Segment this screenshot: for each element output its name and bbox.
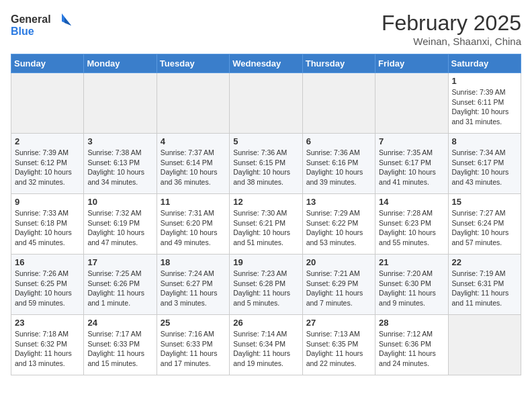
calendar-cell: 5Sunrise: 7:36 AM Sunset: 6:15 PM Daylig… [230, 134, 302, 194]
calendar-week-4: 16Sunrise: 7:26 AM Sunset: 6:25 PM Dayli… [11, 255, 521, 315]
calendar-cell: 11Sunrise: 7:31 AM Sunset: 6:20 PM Dayli… [157, 194, 229, 255]
day-number: 27 [306, 318, 371, 328]
day-number: 8 [452, 136, 517, 146]
day-info: Sunrise: 7:39 AM Sunset: 6:12 PM Dayligh… [15, 148, 80, 187]
day-number: 4 [161, 136, 226, 146]
day-number: 26 [233, 318, 298, 328]
calendar-cell: 8Sunrise: 7:34 AM Sunset: 6:17 PM Daylig… [448, 134, 521, 194]
calendar-cell: 16Sunrise: 7:26 AM Sunset: 6:25 PM Dayli… [11, 255, 84, 315]
calendar-cell: 15Sunrise: 7:27 AM Sunset: 6:24 PM Dayli… [448, 194, 521, 255]
calendar-cell: 25Sunrise: 7:16 AM Sunset: 6:33 PM Dayli… [157, 315, 229, 375]
logo-svg: General Blue [11, 11, 71, 42]
day-number: 18 [161, 257, 226, 267]
day-info: Sunrise: 7:33 AM Sunset: 6:18 PM Dayligh… [15, 208, 80, 248]
day-number: 12 [233, 197, 298, 207]
calendar-cell: 7Sunrise: 7:35 AM Sunset: 6:17 PM Daylig… [375, 134, 448, 194]
day-info: Sunrise: 7:14 AM Sunset: 6:34 PM Dayligh… [233, 329, 298, 369]
calendar-cell: 2Sunrise: 7:39 AM Sunset: 6:12 PM Daylig… [11, 134, 84, 194]
day-info: Sunrise: 7:21 AM Sunset: 6:29 PM Dayligh… [306, 269, 371, 308]
calendar-cell: 24Sunrise: 7:17 AM Sunset: 6:33 PM Dayli… [84, 315, 157, 375]
calendar-week-1: 1Sunrise: 7:39 AM Sunset: 6:11 PM Daylig… [11, 73, 521, 134]
day-number: 7 [379, 136, 444, 146]
calendar-cell: 26Sunrise: 7:14 AM Sunset: 6:34 PM Dayli… [230, 315, 302, 375]
calendar-table: SundayMondayTuesdayWednesdayThursdayFrid… [11, 54, 521, 375]
day-info: Sunrise: 7:12 AM Sunset: 6:36 PM Dayligh… [379, 329, 444, 369]
day-number: 1 [452, 76, 517, 86]
calendar-cell: 12Sunrise: 7:30 AM Sunset: 6:21 PM Dayli… [230, 194, 302, 255]
day-number: 17 [87, 257, 152, 267]
calendar-cell: 4Sunrise: 7:37 AM Sunset: 6:14 PM Daylig… [157, 134, 229, 194]
calendar-cell [375, 73, 448, 134]
calendar-week-3: 9Sunrise: 7:33 AM Sunset: 6:18 PM Daylig… [11, 194, 521, 255]
calendar-cell: 18Sunrise: 7:24 AM Sunset: 6:27 PM Dayli… [157, 255, 229, 315]
calendar-cell [448, 315, 521, 375]
calendar-cell [302, 73, 375, 134]
calendar-cell: 3Sunrise: 7:38 AM Sunset: 6:13 PM Daylig… [84, 134, 157, 194]
day-number: 5 [233, 136, 298, 146]
day-info: Sunrise: 7:36 AM Sunset: 6:16 PM Dayligh… [306, 148, 371, 187]
day-info: Sunrise: 7:30 AM Sunset: 6:21 PM Dayligh… [233, 208, 298, 248]
day-number: 24 [87, 318, 152, 328]
svg-text:Blue: Blue [11, 26, 34, 37]
day-info: Sunrise: 7:32 AM Sunset: 6:19 PM Dayligh… [87, 208, 152, 248]
day-number: 15 [452, 197, 517, 207]
day-number: 28 [379, 318, 444, 328]
month-title: February 2025 [382, 11, 521, 36]
weekday-header-sunday: Sunday [11, 54, 84, 73]
weekday-header-thursday: Thursday [302, 54, 375, 73]
svg-marker-2 [62, 13, 71, 26]
calendar-cell: 21Sunrise: 7:20 AM Sunset: 6:30 PM Dayli… [375, 255, 448, 315]
calendar-cell: 19Sunrise: 7:23 AM Sunset: 6:28 PM Dayli… [230, 255, 302, 315]
day-number: 9 [15, 197, 80, 207]
day-info: Sunrise: 7:19 AM Sunset: 6:31 PM Dayligh… [452, 269, 517, 308]
calendar-cell: 27Sunrise: 7:13 AM Sunset: 6:35 PM Dayli… [302, 315, 375, 375]
day-info: Sunrise: 7:13 AM Sunset: 6:35 PM Dayligh… [306, 329, 371, 369]
calendar-week-2: 2Sunrise: 7:39 AM Sunset: 6:12 PM Daylig… [11, 134, 521, 194]
calendar-header-row: SundayMondayTuesdayWednesdayThursdayFrid… [11, 54, 521, 73]
calendar-week-5: 23Sunrise: 7:18 AM Sunset: 6:32 PM Dayli… [11, 315, 521, 375]
day-info: Sunrise: 7:26 AM Sunset: 6:25 PM Dayligh… [15, 269, 80, 308]
day-info: Sunrise: 7:36 AM Sunset: 6:15 PM Dayligh… [233, 148, 298, 187]
svg-text:General: General [11, 13, 51, 25]
day-info: Sunrise: 7:28 AM Sunset: 6:23 PM Dayligh… [379, 208, 444, 248]
day-number: 11 [161, 197, 226, 207]
day-number: 20 [306, 257, 371, 267]
day-info: Sunrise: 7:29 AM Sunset: 6:22 PM Dayligh… [306, 208, 371, 248]
day-info: Sunrise: 7:24 AM Sunset: 6:27 PM Dayligh… [161, 269, 226, 308]
day-info: Sunrise: 7:16 AM Sunset: 6:33 PM Dayligh… [161, 329, 226, 369]
calendar-cell [84, 73, 157, 134]
calendar-cell: 20Sunrise: 7:21 AM Sunset: 6:29 PM Dayli… [302, 255, 375, 315]
day-number: 10 [87, 197, 152, 207]
day-info: Sunrise: 7:37 AM Sunset: 6:14 PM Dayligh… [161, 148, 226, 187]
weekday-header-saturday: Saturday [448, 54, 521, 73]
calendar-cell [11, 73, 84, 134]
weekday-header-friday: Friday [375, 54, 448, 73]
title-block: February 2025 Weinan, Shaanxi, China [382, 11, 521, 47]
day-info: Sunrise: 7:25 AM Sunset: 6:26 PM Dayligh… [87, 269, 152, 308]
calendar-cell: 10Sunrise: 7:32 AM Sunset: 6:19 PM Dayli… [84, 194, 157, 255]
day-info: Sunrise: 7:27 AM Sunset: 6:24 PM Dayligh… [452, 208, 517, 248]
day-info: Sunrise: 7:17 AM Sunset: 6:33 PM Dayligh… [87, 329, 152, 369]
calendar-cell: 17Sunrise: 7:25 AM Sunset: 6:26 PM Dayli… [84, 255, 157, 315]
day-number: 19 [233, 257, 298, 267]
calendar-cell: 9Sunrise: 7:33 AM Sunset: 6:18 PM Daylig… [11, 194, 84, 255]
calendar-cell [157, 73, 229, 134]
day-info: Sunrise: 7:23 AM Sunset: 6:28 PM Dayligh… [233, 269, 298, 308]
weekday-header-wednesday: Wednesday [230, 54, 302, 73]
day-number: 25 [161, 318, 226, 328]
day-info: Sunrise: 7:35 AM Sunset: 6:17 PM Dayligh… [379, 148, 444, 187]
calendar-cell: 28Sunrise: 7:12 AM Sunset: 6:36 PM Dayli… [375, 315, 448, 375]
day-info: Sunrise: 7:20 AM Sunset: 6:30 PM Dayligh… [379, 269, 444, 308]
day-number: 6 [306, 136, 371, 146]
day-number: 23 [15, 318, 80, 328]
calendar-cell: 22Sunrise: 7:19 AM Sunset: 6:31 PM Dayli… [448, 255, 521, 315]
day-info: Sunrise: 7:31 AM Sunset: 6:20 PM Dayligh… [161, 208, 226, 248]
calendar-cell: 1Sunrise: 7:39 AM Sunset: 6:11 PM Daylig… [448, 73, 521, 134]
page-header: General Blue February 2025 Weinan, Shaan… [11, 11, 521, 47]
logo: General Blue [11, 11, 71, 42]
day-number: 16 [15, 257, 80, 267]
day-info: Sunrise: 7:39 AM Sunset: 6:11 PM Dayligh… [452, 87, 517, 127]
weekday-header-monday: Monday [84, 54, 157, 73]
day-number: 21 [379, 257, 444, 267]
day-info: Sunrise: 7:34 AM Sunset: 6:17 PM Dayligh… [452, 148, 517, 187]
